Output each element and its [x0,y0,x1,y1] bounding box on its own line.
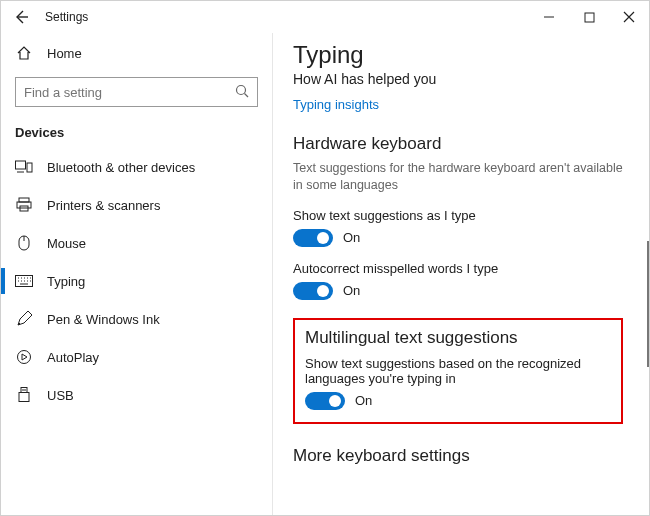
window-title: Settings [41,10,88,24]
window-controls [529,1,649,33]
sidebar-item-bluetooth[interactable]: Bluetooth & other devices [1,148,272,186]
sidebar-item-pen[interactable]: Pen & Windows Ink [1,300,272,338]
svg-rect-4 [19,198,29,202]
minimize-button[interactable] [529,1,569,33]
multilingual-toggle[interactable] [305,392,345,410]
home-icon [15,44,33,62]
search-box[interactable] [15,77,258,107]
multilingual-heading: Multilingual text suggestions [305,328,611,348]
show-suggestions-label: Show text suggestions as I type [293,208,623,223]
sidebar-item-mouse[interactable]: Mouse [1,224,272,262]
svg-point-1 [237,86,246,95]
sidebar-item-label: Pen & Windows Ink [47,312,160,327]
minimize-icon [543,11,555,23]
sidebar: Home Devices Bluetooth & other devices P… [1,33,273,516]
title-bar: Settings [1,1,649,33]
page-title: Typing [293,41,623,69]
page-subtitle: How AI has helped you [293,71,623,87]
hardware-keyboard-desc: Text suggestions for the hardware keyboa… [293,160,623,194]
maximize-button[interactable] [569,1,609,33]
scrollbar[interactable] [647,241,649,367]
search-icon [234,83,250,99]
svg-rect-0 [585,13,594,22]
svg-rect-11 [19,393,29,402]
more-keyboard-heading: More keyboard settings [293,446,623,466]
search-input[interactable] [15,77,258,107]
autocorrect-label: Autocorrect misspelled words I type [293,261,623,276]
sidebar-home-label: Home [47,46,82,61]
svg-rect-10 [21,388,27,393]
mouse-icon [15,234,33,252]
sidebar-item-label: Bluetooth & other devices [47,160,195,175]
svg-point-9 [18,351,31,364]
show-suggestions-state: On [343,230,360,245]
printer-icon [15,196,33,214]
sidebar-group-label: Devices [1,119,272,148]
multilingual-state: On [355,393,372,408]
sidebar-item-label: Typing [47,274,85,289]
devices-icon [15,158,33,176]
sidebar-item-autoplay[interactable]: AutoPlay [1,338,272,376]
content-pane: Typing How AI has helped you Typing insi… [273,33,649,466]
sidebar-item-typing[interactable]: Typing [1,262,272,300]
close-button[interactable] [609,1,649,33]
hardware-keyboard-heading: Hardware keyboard [293,134,623,154]
multilingual-highlight: Multilingual text suggestions Show text … [293,318,623,424]
show-suggestions-toggle[interactable] [293,229,333,247]
svg-rect-2 [16,161,26,169]
sidebar-item-printers[interactable]: Printers & scanners [1,186,272,224]
autocorrect-state: On [343,283,360,298]
autoplay-icon [15,348,33,366]
usb-icon [15,386,33,404]
sidebar-item-label: AutoPlay [47,350,99,365]
maximize-icon [584,12,595,23]
svg-rect-5 [17,202,31,208]
back-button[interactable] [1,1,41,33]
sidebar-item-label: USB [47,388,74,403]
multilingual-desc: Show text suggestions based on the recog… [305,356,611,386]
sidebar-item-usb[interactable]: USB [1,376,272,414]
sidebar-item-label: Printers & scanners [47,198,160,213]
sidebar-home[interactable]: Home [1,35,272,71]
typing-insights-link[interactable]: Typing insights [293,97,379,112]
close-icon [623,11,635,23]
autocorrect-toggle[interactable] [293,282,333,300]
svg-rect-3 [27,163,32,172]
arrow-left-icon [13,9,29,25]
pen-icon [15,310,33,328]
keyboard-icon [15,272,33,290]
sidebar-item-label: Mouse [47,236,86,251]
